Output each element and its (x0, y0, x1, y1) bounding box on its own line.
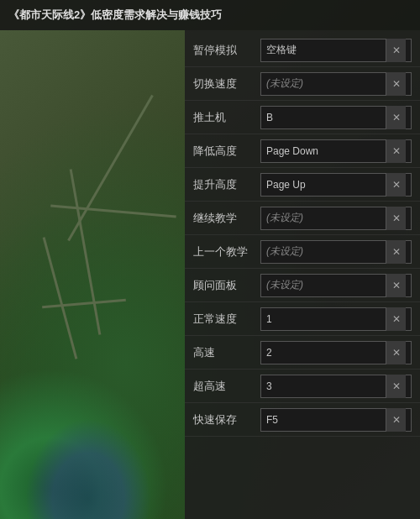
keybind-value-advisor[interactable]: (未设定) (266, 278, 384, 292)
keybind-row-quick-save: 快速保存F5✕ (185, 403, 420, 437)
keybind-label-lower-height: 降低高度 (193, 144, 260, 159)
keybind-value-prev-tut[interactable]: (未设定) (266, 244, 384, 259)
keybind-value-quick-save[interactable]: F5 (266, 414, 384, 426)
keybind-value-normal-speed[interactable]: 1 (266, 313, 384, 325)
keybind-row-raise-height: 提升高度Page Up✕ (185, 168, 420, 202)
keybind-input-wrap-switch-speed[interactable]: (未设定)✕ (260, 72, 412, 96)
keybind-clear-raise-height[interactable]: ✕ (386, 173, 406, 197)
keybind-input-wrap-normal-speed[interactable]: 1✕ (260, 307, 412, 331)
keybind-label-prev-tut: 上一个教学 (193, 244, 260, 260)
keybind-clear-advisor[interactable]: ✕ (386, 274, 406, 297)
keybind-clear-switch-speed[interactable]: ✕ (386, 72, 406, 96)
keybind-input-wrap-ultra-speed[interactable]: 3✕ (260, 375, 412, 398)
keybind-value-fast-speed[interactable]: 2 (266, 347, 384, 359)
keybind-input-wrap-prev-tut[interactable]: (未设定)✕ (260, 240, 412, 264)
keybind-label-pause-sim: 暂停模拟 (193, 43, 260, 58)
keybind-value-bulldozer[interactable]: B (266, 112, 384, 123)
page-title: 《都市天际线2》低密度需求解决与赚钱技巧 (8, 8, 222, 23)
keybind-row-prev-tut: 上一个教学(未设定)✕ (185, 235, 420, 269)
keybind-row-switch-speed: 切换速度(未设定)✕ (185, 67, 420, 101)
keybind-row-continue-tut: 继续教学(未设定)✕ (185, 202, 420, 235)
keybind-row-fast-speed: 高速2✕ (185, 336, 420, 370)
keybind-label-raise-height: 提升高度 (193, 177, 260, 192)
keybind-label-advisor: 顾问面板 (193, 278, 260, 293)
keybind-clear-ultra-speed[interactable]: ✕ (386, 375, 406, 398)
keybind-input-wrap-bulldozer[interactable]: B✕ (260, 106, 412, 129)
keybind-input-wrap-fast-speed[interactable]: 2✕ (260, 341, 412, 364)
keybind-input-wrap-lower-height[interactable]: Page Down✕ (260, 139, 412, 163)
keybind-label-normal-speed: 正常速度 (193, 312, 260, 327)
keybind-value-continue-tut[interactable]: (未设定) (266, 211, 384, 225)
keybind-row-normal-speed: 正常速度1✕ (185, 302, 420, 336)
keybind-row-advisor: 顾问面板(未设定)✕ (185, 269, 420, 302)
keybind-value-lower-height[interactable]: Page Down (266, 145, 384, 157)
keybind-clear-pause-sim[interactable]: ✕ (386, 39, 406, 62)
water-area (25, 418, 151, 519)
keybind-clear-quick-save[interactable]: ✕ (386, 408, 406, 432)
keybind-value-ultra-speed[interactable]: 3 (266, 380, 384, 392)
keybind-label-quick-save: 快速保存 (193, 412, 260, 427)
keybind-label-fast-speed: 高速 (193, 345, 260, 360)
keybind-row-bulldozer: 推土机B✕ (185, 101, 420, 134)
keybind-clear-continue-tut[interactable]: ✕ (386, 207, 406, 230)
keybind-value-raise-height[interactable]: Page Up (266, 179, 384, 191)
keybind-clear-fast-speed[interactable]: ✕ (386, 341, 406, 364)
title-bar: 《都市天际线2》低密度需求解决与赚钱技巧 (0, 0, 420, 30)
keybind-input-wrap-raise-height[interactable]: Page Up✕ (260, 173, 412, 197)
keybind-input-wrap-advisor[interactable]: (未设定)✕ (260, 274, 412, 297)
keybind-input-wrap-continue-tut[interactable]: (未设定)✕ (260, 207, 412, 230)
keybind-clear-prev-tut[interactable]: ✕ (386, 240, 406, 264)
keybind-label-switch-speed: 切换速度 (193, 76, 260, 92)
keybind-clear-normal-speed[interactable]: ✕ (386, 307, 406, 331)
keybind-label-bulldozer: 推土机 (193, 110, 260, 125)
keybindings-panel: 暂停模拟空格键✕切换速度(未设定)✕推土机B✕降低高度Page Down✕提升高… (185, 30, 420, 519)
keybind-label-continue-tut: 继续教学 (193, 211, 260, 226)
road-line (42, 299, 126, 309)
road-line (43, 237, 78, 359)
keybind-input-wrap-quick-save[interactable]: F5✕ (260, 408, 412, 432)
keybind-value-switch-speed[interactable]: (未设定) (266, 76, 384, 91)
keybind-row-lower-height: 降低高度Page Down✕ (185, 134, 420, 168)
keybind-clear-bulldozer[interactable]: ✕ (386, 106, 406, 129)
keybind-clear-lower-height[interactable]: ✕ (386, 139, 406, 163)
keybind-value-pause-sim[interactable]: 空格键 (266, 43, 384, 57)
keybind-row-pause-sim: 暂停模拟空格键✕ (185, 34, 420, 67)
keybind-input-wrap-pause-sim[interactable]: 空格键✕ (260, 39, 412, 62)
road-line (50, 204, 176, 218)
keybind-row-ultra-speed: 超高速3✕ (185, 370, 420, 403)
keybind-label-ultra-speed: 超高速 (193, 379, 260, 394)
